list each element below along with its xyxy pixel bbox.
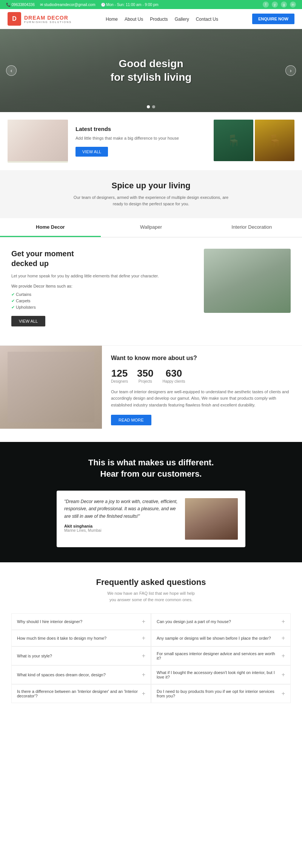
nav-gallery[interactable]: Gallery [175, 17, 189, 22]
faq-item-8[interactable]: Is there a difference between an 'Interi… [11, 684, 151, 703]
trend-image-1: 🪑 [214, 120, 253, 161]
top-bar: 📞 09633804336 ✉ studiodreamdecor@gmail.c… [0, 0, 302, 9]
faq-plus-icon-3: + [282, 635, 285, 642]
faq-plus-icon-9: + [282, 690, 285, 697]
tab-home-decor[interactable]: Home Decor [0, 218, 101, 237]
faq-plus-icon-6: + [142, 671, 145, 678]
testimonial-quote: "Dream Decor were a joy to work with, cr… [64, 498, 179, 520]
trend-left-image [8, 120, 68, 163]
navbar: D DREAM DECOR FURNISHING SOLUTIONS Home … [0, 9, 302, 29]
decor-provide-text: We provide Decor Items such as: [11, 283, 196, 290]
decor-para: Let your home speak for you by adding li… [11, 273, 196, 280]
stat-projects-label: Projects [137, 379, 153, 383]
faq-section: Frequently asked questions We now have a… [0, 562, 302, 718]
decor-right [204, 249, 291, 313]
hero-dot-2[interactable] [152, 105, 155, 108]
trend-title: Latest trends [76, 126, 206, 132]
decor-left: Get your moment decked up Let your home … [11, 249, 196, 326]
hero-content: Good design for stylish living [111, 57, 192, 85]
faq-plus-icon-0: + [142, 618, 145, 625]
hero-next-button[interactable]: › [285, 65, 296, 76]
stat-clients: 630 Happy clients [162, 368, 185, 383]
faq-item-1[interactable]: Can you design just a part of my house? … [151, 613, 291, 630]
brand-sub: FURNISHING SOLUTIONS [24, 21, 72, 23]
stat-projects: 350 Projects [137, 368, 153, 383]
decor-heading: Get your moment decked up [11, 249, 196, 268]
decor-list-item: Upholsters [11, 305, 196, 310]
faq-item-2[interactable]: How much time does it take to design my … [11, 630, 151, 646]
faq-item-3[interactable]: Any sample or designs will be shown befo… [151, 630, 291, 646]
enquire-button[interactable]: ENQUIRE NOW [252, 14, 294, 24]
read-more-button[interactable]: READ MORE [111, 415, 151, 425]
faq-item-0[interactable]: Why should I hire interior designer? + [11, 613, 151, 630]
logo-text-block: DREAM DECOR FURNISHING SOLUTIONS [24, 15, 72, 23]
trend-wallpaper-image [8, 120, 68, 161]
trend-description: Add little things that make a big differ… [76, 135, 206, 142]
trend-images: 🪑 🪑 [214, 120, 294, 163]
tabs-section: Home Decor Wallpaper Interior Decoration [0, 218, 302, 237]
nav-about[interactable]: About Us [125, 17, 143, 22]
tabs: Home Decor Wallpaper Interior Decoration [0, 218, 302, 237]
stats-content: Want to know more about us? 125 Designer… [102, 346, 302, 434]
faq-item-7[interactable]: What if I bought the accessory doesn't l… [151, 665, 291, 684]
hero-dots [147, 105, 155, 108]
trends-section: Latest trends Add little things that mak… [0, 112, 302, 170]
stats-numbers: 125 Designers 350 Projects 630 Happy cli… [111, 368, 293, 383]
logo-icon: D [8, 12, 21, 26]
brand-name: DREAM DECOR [24, 15, 72, 21]
faq-item-9[interactable]: Do I need to buy products from you if we… [151, 684, 291, 703]
facebook-icon[interactable]: f [263, 2, 269, 8]
stat-designers-label: Designers [111, 379, 128, 383]
tab-wallpaper[interactable]: Wallpaper [101, 218, 202, 237]
testimonial-image [185, 498, 238, 540]
faq-plus-icon-8: + [142, 690, 145, 697]
nav-links: Home About Us Products Gallery Contact U… [106, 15, 218, 22]
top-bar-right: f y g in [263, 2, 296, 8]
faq-item-6[interactable]: What kind of spaces does dream decor, de… [11, 665, 151, 684]
tab-interior-decoration[interactable]: Interior Decoration [201, 218, 302, 237]
email-info: ✉ studiodreamdecor@gmail.com [40, 3, 96, 7]
stats-image [0, 346, 102, 429]
instagram-icon[interactable]: in [290, 2, 296, 8]
youtube-icon[interactable]: y [272, 2, 278, 8]
nav-products[interactable]: Products [150, 17, 168, 22]
decor-list-item: Carpets [11, 299, 196, 303]
decor-room-image [204, 249, 291, 313]
faq-item-4[interactable]: What is your style? + [11, 646, 151, 665]
hero-prev-button[interactable]: ‹ [6, 65, 17, 76]
testimonial-text: "Dream Decor were a joy to work with, cr… [64, 498, 179, 540]
trend-image-2: 🪑 [255, 120, 294, 161]
faq-plus-icon-2: + [142, 635, 145, 642]
hero-dot-1[interactable] [147, 105, 150, 108]
stats-heading: Want to know more about us? [111, 355, 293, 362]
stat-designers: 125 Designers [111, 368, 128, 383]
top-bar-left: 📞 09633804336 ✉ studiodreamdecor@gmail.c… [6, 3, 159, 7]
nav-contact[interactable]: Contact Us [196, 17, 218, 22]
spice-section: Spice up your living Our team of designe… [0, 170, 302, 218]
trend-view-all-button[interactable]: VIEW ALL [76, 147, 108, 157]
decor-list: Curtains Carpets Upholsters [11, 292, 196, 310]
hero-section: ‹ Good design for stylish living › [0, 29, 302, 112]
faq-plus-icon-7: + [282, 671, 285, 678]
faq-plus-icon-5: + [282, 653, 285, 659]
google-icon[interactable]: g [281, 2, 287, 8]
stat-clients-label: Happy clients [162, 379, 185, 383]
testimonial-location: Marine Lines, Mumbai [64, 528, 179, 532]
nav-home[interactable]: Home [106, 17, 118, 22]
faq-heading: Frequently asked questions [11, 577, 291, 587]
hours-info: 🕐 Mon - Sun: 11:00 am - 9:00 pm [101, 3, 159, 7]
faq-item-5[interactable]: For small spaces interior designer advic… [151, 646, 291, 665]
hero-title: Good design for stylish living [111, 57, 192, 85]
logo[interactable]: D DREAM DECOR FURNISHING SOLUTIONS [8, 12, 72, 26]
stats-section: Want to know more about us? 125 Designer… [0, 345, 302, 434]
decor-view-all-button[interactable]: VIEW ALL [11, 316, 45, 326]
faq-plus-icon-4: + [142, 653, 145, 659]
testimonial-card: "Dream Decor were a joy to work with, cr… [57, 491, 245, 547]
phone-info: 📞 09633804336 [6, 3, 35, 7]
testimonial-author: Akit singhania [64, 524, 179, 528]
faq-grid: Why should I hire interior designer? + C… [11, 613, 291, 703]
stat-projects-value: 350 [137, 368, 153, 379]
testimonials-heading: This is what makes us different. Hear fr… [11, 457, 291, 480]
faq-plus-icon-1: + [282, 618, 285, 625]
faq-subtext: We now have an FAQ list that we hope wil… [11, 590, 291, 603]
